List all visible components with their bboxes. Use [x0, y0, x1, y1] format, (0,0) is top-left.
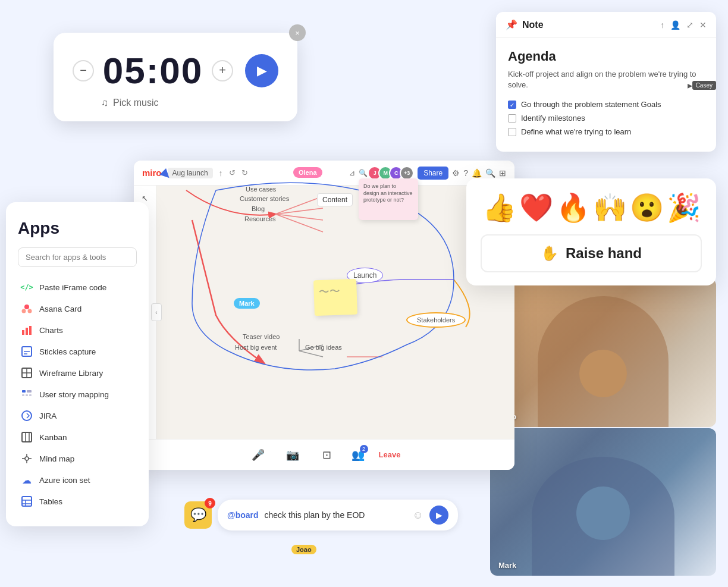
camera-icon[interactable]: 📷 [283, 445, 303, 465]
note-checkbox-1[interactable]: ✓ [508, 101, 516, 109]
app-item-jira[interactable]: JIRA [18, 405, 137, 426]
app-item-asana[interactable]: Asana Card [18, 298, 137, 319]
svg-rect-15 [26, 394, 28, 396]
svg-rect-18 [22, 432, 32, 442]
olena-tag: Olena [293, 167, 322, 177]
emoji-fire[interactable]: 🔥 [556, 192, 590, 224]
timer-increment-button[interactable]: + [212, 60, 233, 81]
usm-icon [20, 388, 33, 401]
app-item-azure[interactable]: ☁ Azure icon set [18, 469, 137, 491]
svg-line-36 [299, 351, 323, 357]
go-big-ideas-label: Go big ideas [305, 344, 342, 351]
app-item-iframe[interactable]: </> Paste iFrame code [18, 277, 137, 298]
kanban-icon [20, 431, 33, 444]
note-item-2: Identify milestones [508, 114, 704, 123]
pink-sticky-note: Do we plan to design an interactive prot… [359, 178, 418, 220]
yellow-sticky-note: 〜〜 [313, 279, 357, 316]
mindmap-canvas[interactable]: Olena Content Use cases Customer stories… [156, 161, 514, 470]
emoji-thumbsup[interactable]: 👍 [482, 192, 516, 224]
hand-icon: ✋ [541, 245, 558, 262]
timer-play-button[interactable]: ▶ [245, 54, 278, 87]
note-item-3: Define what we're trying to learn [508, 127, 704, 136]
mark-video-label: Mark [498, 561, 516, 570]
app-label-asana: Asana Card [39, 305, 81, 313]
casey-cursor: ▸ Casey [688, 80, 716, 91]
note-checkbox-2[interactable] [508, 114, 516, 123]
svg-rect-5 [29, 326, 32, 335]
user-icon[interactable]: 👤 [670, 20, 680, 30]
app-item-tables[interactable]: Tables [18, 491, 137, 512]
share-screen-icon[interactable]: ⊡ [317, 445, 337, 465]
svg-point-0 [24, 305, 29, 309]
customer-stories-label: Customer stories [240, 195, 289, 202]
app-label-wireframe: Wireframe Library [39, 369, 103, 378]
timer-decrement-button[interactable]: − [73, 60, 94, 81]
mindmap-icon [20, 452, 33, 465]
note-checkbox-3[interactable] [508, 128, 516, 136]
emoji-panel: 👍 ❤️ 🔥 🙌 😮 🎉 ✋ Raise hand [466, 178, 716, 285]
video-bg-mark [490, 428, 716, 576]
video-bg-joao [490, 278, 716, 427]
chat-notification-badge: 9 [205, 498, 215, 508]
app-item-wireframe[interactable]: Wireframe Library [18, 362, 137, 384]
svg-rect-26 [22, 497, 32, 506]
timer-display-time: 05:00 [101, 49, 205, 92]
microphone-icon[interactable]: 🎤 [248, 445, 268, 465]
music-icon: ♫ [101, 98, 108, 108]
svg-rect-13 [27, 390, 32, 393]
close-icon[interactable]: ✕ [699, 20, 707, 30]
note-title-bar: 📌 Note [506, 19, 544, 30]
joao-cursor-tag: Joao [291, 545, 316, 554]
teaser-video-label: Teaser video [243, 333, 280, 340]
app-label-mindmap: Mind map [39, 454, 74, 463]
expand-icon[interactable]: ⤢ [686, 20, 694, 30]
timer-music-label[interactable]: ♫ Pick music [73, 98, 278, 108]
svg-point-17 [22, 411, 32, 420]
svg-rect-4 [26, 328, 28, 335]
video-mark: Mark [490, 428, 716, 576]
app-label-stickies: Stickies capture [39, 347, 96, 356]
svg-point-2 [28, 309, 32, 313]
note-agenda-title: Agenda [508, 49, 704, 64]
raise-hand-button[interactable]: ✋ Raise hand [481, 234, 702, 272]
svg-point-1 [22, 309, 26, 313]
mark-tag: Mark [234, 297, 260, 308]
chat-emoji-button[interactable]: ☺ [413, 509, 423, 522]
participants-icon[interactable]: 👥 2 [352, 448, 365, 462]
chat-at-mention: @board [227, 510, 259, 520]
apps-panel: Apps </> Paste iFrame code Asana Card Ch… [6, 202, 149, 526]
stakeholders-node: Stakeholders [406, 312, 466, 328]
wireframe-icon [20, 366, 33, 379]
chat-send-button[interactable]: ▶ [429, 506, 448, 525]
emoji-raised-hands[interactable]: 🙌 [593, 192, 627, 224]
apps-panel-title: Apps [18, 219, 137, 238]
share-icon[interactable]: ↑ [660, 20, 664, 30]
timer-widget: × − 05:00 + ▶ ♫ Pick music [54, 33, 297, 121]
timer-close-button[interactable]: × [289, 24, 306, 41]
svg-rect-16 [29, 394, 32, 396]
app-label-kanban: Kanban [39, 433, 67, 442]
emoji-shocked[interactable]: 😮 [630, 192, 664, 224]
app-label-charts: Charts [39, 326, 63, 335]
app-item-stickies[interactable]: Stickies capture [18, 341, 137, 362]
app-label-iframe: Paste iFrame code [39, 283, 106, 292]
svg-rect-14 [22, 394, 24, 396]
blog-label: Blog [252, 205, 265, 212]
content-node: Content [317, 193, 353, 206]
note-header-actions: ↑ 👤 ⤢ ✕ [660, 20, 707, 30]
chat-notification-button[interactable]: 💬 9 [184, 501, 212, 529]
app-item-kanban[interactable]: Kanban [18, 426, 137, 448]
app-label-jira: JIRA [39, 412, 57, 420]
app-item-mindmap[interactable]: Mind map [18, 448, 137, 469]
emoji-heart[interactable]: ❤️ [519, 192, 553, 224]
app-item-charts[interactable]: Charts [18, 319, 137, 341]
leave-button[interactable]: Leave [379, 450, 401, 459]
svg-rect-12 [22, 390, 26, 393]
app-label-azure: Azure icon set [39, 476, 90, 485]
emoji-party[interactable]: 🎉 [667, 192, 701, 224]
apps-search-input[interactable] [18, 247, 137, 267]
app-item-usm[interactable]: User story mapping [18, 384, 137, 405]
azure-icon: ☁ [20, 473, 33, 486]
pin-icon: 📌 [506, 19, 517, 30]
miro-bottom-bar: 🎤 📷 ⊡ 👥 2 Leave [134, 439, 514, 470]
